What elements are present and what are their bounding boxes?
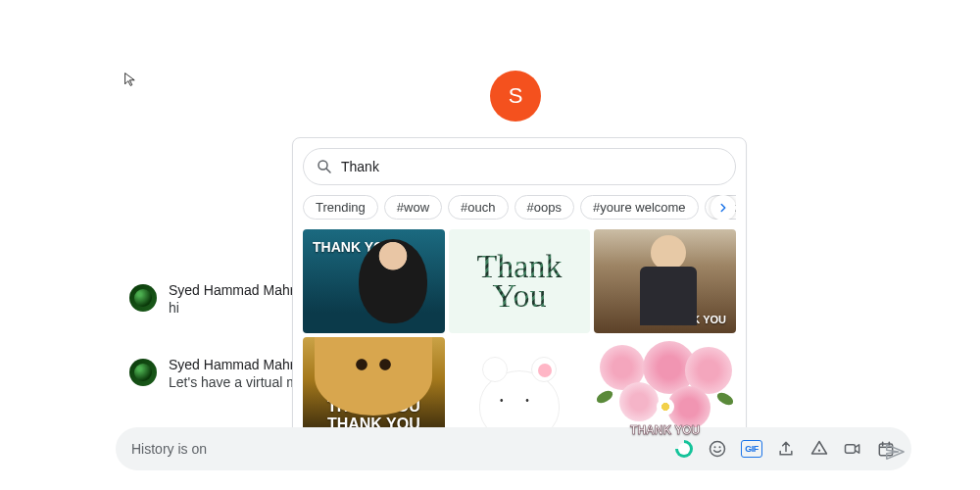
video-icon [843, 439, 862, 459]
svg-line-1 [326, 169, 330, 172]
gif-caption [515, 385, 523, 393]
emoji-button[interactable] [708, 439, 727, 459]
svg-rect-6 [846, 445, 856, 453]
gif-result[interactable] [449, 337, 591, 438]
message-text: Let's have a virtual m [169, 374, 298, 390]
gif-tag-trending[interactable]: Trending [303, 195, 378, 220]
avatar-initial: S [509, 83, 523, 109]
gif-tag-youre-welcome[interactable]: #youre welcome [580, 195, 699, 220]
gif-result[interactable]: THANK YOU [594, 337, 736, 438]
gif-caption: THANK YOU [659, 310, 730, 329]
gif-tag-list: Trending #wow #ouch #oops #youre welcome… [303, 195, 736, 220]
tag-scroll-right-button[interactable] [710, 195, 736, 220]
sender-name: Syed Hammad Mahr [169, 357, 298, 372]
gif-tag-wow[interactable]: #wow [384, 195, 442, 220]
compose-toolbar: GIF [674, 439, 896, 459]
message-text: hi [169, 300, 294, 316]
svg-point-3 [714, 446, 716, 448]
chevron-right-icon [716, 201, 730, 215]
compose-bar[interactable]: History is on GIF [116, 427, 911, 470]
gif-search-input[interactable] [341, 159, 723, 174]
svg-point-4 [719, 446, 721, 448]
send-button[interactable] [884, 441, 906, 463]
search-icon [316, 158, 333, 175]
send-icon [884, 441, 906, 463]
gif-button[interactable]: GIF [741, 440, 762, 458]
mouse-cursor-icon [123, 72, 139, 87]
emoji-icon [708, 439, 727, 459]
contact-avatar[interactable]: S [490, 71, 541, 122]
drive-icon [809, 439, 829, 459]
grammarly-icon[interactable] [674, 439, 694, 459]
sender-avatar[interactable] [129, 359, 157, 386]
gif-caption: Thank You [449, 248, 591, 315]
video-meet-button[interactable] [843, 439, 862, 459]
gif-caption: THANK YOU [309, 235, 398, 259]
svg-point-5 [818, 450, 820, 452]
sender-name: Syed Hammad Mahr [169, 282, 294, 298]
gif-result[interactable]: THANK YOU [303, 229, 445, 333]
svg-point-2 [710, 442, 725, 457]
svg-point-0 [318, 161, 327, 170]
gif-result[interactable]: Thank You [449, 229, 591, 333]
sender-avatar[interactable] [129, 284, 157, 312]
compose-status-text: History is on [131, 441, 664, 457]
gif-caption: THANK YOU [626, 419, 704, 438]
gif-tag-ouch[interactable]: #ouch [448, 195, 508, 220]
gif-results-grid: THANK YOU Thank You THANK YOU THANK YOU … [303, 229, 736, 438]
upload-icon [776, 439, 796, 459]
gif-tag-oops[interactable]: #oops [514, 195, 574, 220]
drive-button[interactable] [809, 439, 829, 459]
gif-search-row [303, 148, 736, 185]
upload-button[interactable] [776, 439, 796, 459]
gif-picker-panel: Trending #wow #ouch #oops #youre welcome… [292, 137, 747, 439]
gif-result[interactable]: THANK YOU [594, 229, 736, 333]
gif-result[interactable]: THANK YOU THANK YOU [303, 337, 445, 438]
